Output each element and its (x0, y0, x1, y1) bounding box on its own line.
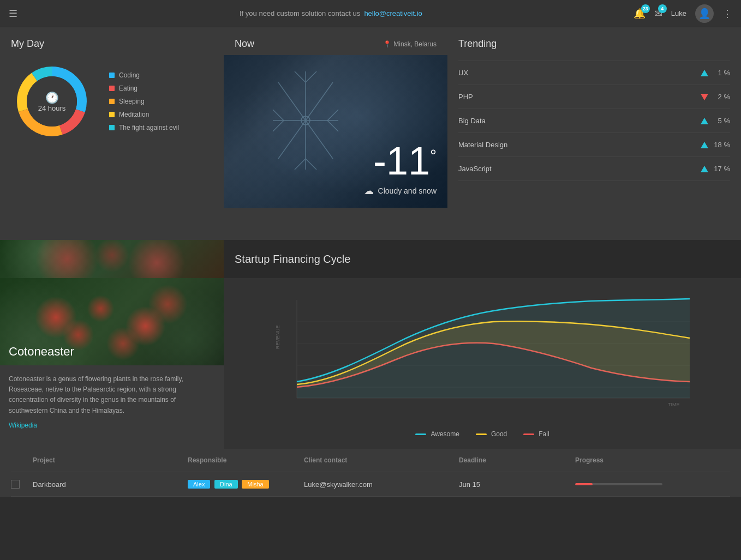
row-checkbox[interactable] (11, 480, 20, 489)
tag-alex: Alex (188, 480, 210, 489)
legend-item-sleeping: Sleeping (109, 98, 179, 105)
legend-label-sleeping: Sleeping (119, 98, 145, 105)
trend-pct-php: 2 % (714, 93, 730, 101)
svg-text:TIME: TIME (668, 402, 680, 407)
legend-label-fight: The fight against evil (119, 124, 179, 131)
trending-name-material: Material Design (458, 141, 701, 149)
svg-text:REVENUE: REVENUE (275, 325, 280, 349)
header-right: 🔔 23 ✉ 4 Luke 👤 ⋮ (634, 4, 732, 23)
header-email-link[interactable]: hello@creativeit.io (364, 9, 422, 17)
trend-up-icon-bigdata (701, 118, 708, 124)
trending-name-php: PHP (458, 93, 701, 101)
svg-line-14 (273, 110, 284, 121)
table-row: Darkboard Alex Dina Misha Luke@skywalker… (11, 472, 730, 497)
financing-title: Startup Financing Cycle (235, 253, 350, 266)
svg-line-11 (306, 71, 316, 82)
hours-text: 24 hours (38, 104, 66, 112)
trending-item-bigdata: Big Data 5 % (458, 109, 730, 133)
table-cell-project: Darkboard (33, 480, 188, 489)
clock-icon: 🕐 (38, 91, 66, 104)
weather-condition: ☁ Cloudy and snow (364, 185, 437, 197)
donut-chart: 🕐 24 hours (11, 61, 93, 142)
legend-dot-coding (109, 73, 115, 78)
svg-line-17 (327, 121, 338, 131)
trend-pct-bigdata: 5 % (714, 117, 730, 125)
legend-label-fail: Fail (539, 430, 549, 438)
email-icon[interactable]: ✉ 4 (654, 8, 662, 20)
chart-legend-awesome: Awesome (415, 430, 459, 438)
banner-berries-bg (0, 240, 224, 278)
row2: Startup Financing Cycle (0, 240, 741, 278)
donut-center: 🕐 24 hours (38, 91, 66, 112)
trend-up-icon-ux (701, 70, 708, 76)
trend-pct-ux: 1 % (714, 69, 730, 77)
weather-image: -11° ☁ Cloudy and snow (224, 55, 447, 208)
legend-item-meditation: Meditation (109, 111, 179, 118)
financing-header: Startup Financing Cycle (224, 240, 741, 278)
cotoneaster-card: Cotoneaster Cotoneaster is a genus of fl… (0, 278, 224, 449)
cotoneaster-image-title: Cotoneaster (9, 345, 74, 359)
table-cell-responsible: Alex Dina Misha (188, 480, 304, 489)
more-options-icon[interactable]: ⋮ (722, 8, 732, 20)
trending-section: Trending UX 1 % PHP 2 % Big Data 5 % Mat… (447, 27, 741, 240)
legend-dot-meditation (109, 112, 115, 117)
temperature-display: -11° (373, 141, 437, 180)
chart-legend: Coding Eating Sleeping Meditation The fi… (109, 71, 179, 131)
header-center: If you need custom solution contact us h… (28, 9, 634, 17)
location-label: 📍 Minsk, Belarus (383, 40, 437, 48)
table-col-project: Project (33, 456, 188, 464)
table-header: Project Responsible Client contact Deadl… (11, 449, 730, 472)
header-contact-text: If you need custom solution contact us (240, 9, 360, 17)
tag-misha: Misha (242, 480, 268, 489)
cotoneaster-image: Cotoneaster (0, 278, 224, 365)
temperature-value: -11° (373, 139, 437, 183)
table-col-deadline: Deadline (459, 456, 575, 464)
chart-legend-good: Good (476, 430, 507, 438)
notification-icon[interactable]: 🔔 23 (634, 8, 646, 20)
trend-pct-js: 17 % (714, 165, 730, 173)
legend-line-good (476, 433, 487, 435)
trending-item-php: PHP 2 % (458, 85, 730, 109)
legend-dot-sleeping (109, 99, 115, 104)
table-col-progress: Progress (575, 456, 730, 464)
legend-item-fight: The fight against evil (109, 124, 179, 131)
legend-item-coding: Coding (109, 71, 179, 79)
trend-pct-material: 18 % (714, 141, 730, 149)
legend-label-good: Good (491, 430, 507, 438)
table-cell-client: Luke@skywalker.com (304, 480, 459, 489)
trending-name-ux: UX (458, 69, 701, 77)
avatar[interactable]: 👤 (695, 4, 714, 23)
table-cell-deadline: Jun 15 (459, 480, 575, 489)
banner-image (0, 240, 224, 278)
trending-list: UX 1 % PHP 2 % Big Data 5 % Material Des… (458, 61, 730, 181)
now-section: Now 📍 Minsk, Belarus (224, 27, 447, 240)
my-day-section: My Day � (0, 27, 224, 240)
legend-label-coding: Coding (119, 71, 140, 79)
trending-item-ux: UX 1 % (458, 61, 730, 85)
trending-name-bigdata: Big Data (458, 117, 701, 125)
table-col-responsible: Responsible (188, 456, 304, 464)
legend-label-awesome: Awesome (431, 430, 459, 438)
legend-item-eating: Eating (109, 85, 179, 92)
legend-dot-eating (109, 86, 115, 91)
wikipedia-link[interactable]: Wikipedia (9, 420, 215, 431)
chart-legend-row: Awesome Good Fail (235, 430, 730, 438)
progress-bar-wrap (575, 483, 662, 485)
main-grid: My Day � (0, 27, 741, 240)
menu-icon[interactable]: ☰ (9, 8, 17, 20)
svg-line-13 (306, 159, 316, 170)
cotoneaster-description: Cotoneaster is a genus of flowering plan… (9, 374, 215, 416)
degree-symbol: ° (430, 146, 437, 164)
financing-chart: REVENUE TIME (235, 289, 730, 420)
progress-bar-fill (575, 483, 593, 485)
svg-line-16 (327, 110, 338, 121)
legend-line-awesome (415, 433, 426, 435)
chart-section: REVENUE TIME Awesome Good (224, 278, 741, 449)
cotoneaster-text: Cotoneaster is a genus of flowering plan… (0, 365, 224, 439)
row3: Cotoneaster Cotoneaster is a genus of fl… (0, 278, 741, 449)
now-title: Now (235, 38, 254, 50)
cloud-icon: ☁ (364, 185, 374, 197)
tag-dina: Dina (214, 480, 238, 489)
trending-item-js: JavaScript 17 % (458, 157, 730, 181)
svg-line-15 (273, 121, 284, 131)
